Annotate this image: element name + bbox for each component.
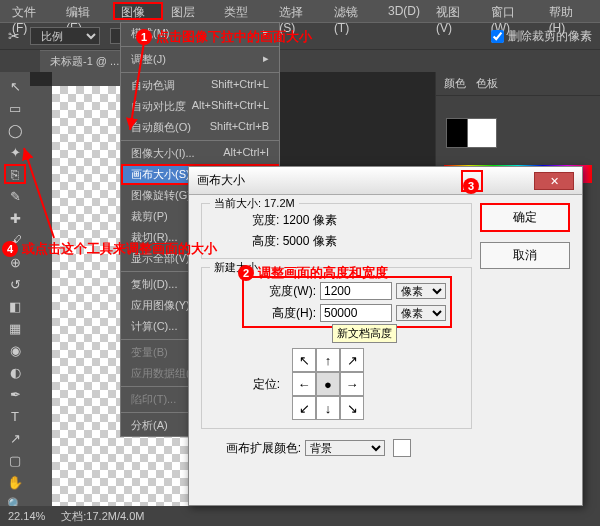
svg-line-0	[130, 42, 144, 130]
annotation-2: 调整画面的高度和宽度	[258, 265, 388, 280]
annotation-1: 点击图像下拉中的画面大小	[156, 29, 312, 44]
svg-line-1	[24, 148, 54, 238]
annotation-4: 或点击这个工具来调整画面的大小	[22, 241, 217, 256]
